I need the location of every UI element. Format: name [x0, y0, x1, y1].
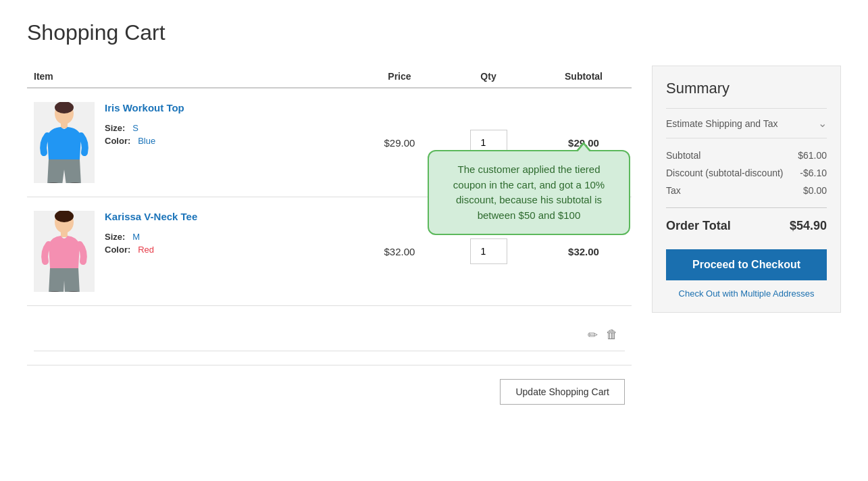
svg-rect-2 — [61, 123, 68, 128]
update-cart-button[interactable]: Update Shopping Cart — [500, 379, 625, 405]
color-value-2: Red — [138, 245, 154, 255]
product-cell-2: Karissa V-Neck Tee Size: M Color: Red — [34, 211, 351, 292]
discount-label: Discount (subtotal-discount) — [666, 168, 784, 178]
page-title: Shopping Cart — [27, 20, 841, 45]
size-label-1: Size: — [105, 123, 125, 133]
product-size-1: Size: S — [105, 123, 184, 133]
order-total-label: Order Total — [666, 219, 731, 233]
cart-item-1-cell: Iris Workout Top Size: S Color: Blue — [27, 88, 358, 197]
edit-icon[interactable]: ✏ — [588, 328, 598, 343]
product-color-2: Color: Red — [105, 245, 197, 255]
cart-actions-cell: ✏ 🗑 — [27, 306, 632, 365]
summary-panel: Summary Estimate Shipping and Tax ⌄ Subt… — [652, 66, 841, 313]
col-header-subtotal: Subtotal — [536, 66, 632, 88]
tooltip-bubble-1: The customer applied the tiered coupon i… — [428, 150, 630, 235]
tax-label: Tax — [666, 185, 681, 196]
size-value-2: M — [132, 232, 140, 242]
size-value-1: S — [132, 123, 138, 133]
cart-row-actions: ✏ 🗑 — [34, 320, 625, 351]
qty-input-2[interactable] — [470, 238, 507, 264]
product-color-1: Color: Blue — [105, 136, 184, 146]
svg-rect-7 — [61, 232, 68, 237]
tooltip-text-1: The customer applied the tiered coupon i… — [453, 163, 605, 221]
product-image-1 — [34, 102, 95, 183]
estimate-shipping-label: Estimate Shipping and Tax — [666, 118, 778, 129]
qty-tooltip-container-1: The customer applied the tiered coupon i… — [470, 130, 507, 155]
discount-value: -$6.10 — [800, 168, 827, 178]
summary-divider — [666, 207, 827, 208]
size-label-2: Size: — [105, 232, 125, 242]
product-info-2: Karissa V-Neck Tee Size: M Color: Red — [105, 211, 197, 255]
summary-rows: Subtotal $61.00 Discount (subtotal-disco… — [666, 147, 827, 199]
tax-value: $0.00 — [803, 185, 827, 196]
subtotal-value: $61.00 — [798, 150, 827, 161]
summary-title: Summary — [666, 80, 827, 97]
subtotal-row: Subtotal $61.00 — [666, 147, 827, 164]
order-total-row: Order Total $54.90 — [666, 213, 827, 238]
chevron-down-icon: ⌄ — [818, 117, 827, 130]
product-name-2: Karissa V-Neck Tee — [105, 211, 197, 222]
product-name-1: Iris Workout Top — [105, 102, 184, 113]
color-label-1: Color: — [105, 136, 130, 146]
cart-actions-row: ✏ 🗑 — [27, 306, 632, 365]
product-image-2 — [34, 211, 95, 292]
order-total-value: $54.90 — [790, 219, 827, 233]
color-value-1: Blue — [138, 136, 155, 146]
table-row: Iris Workout Top Size: S Color: Blue — [27, 88, 632, 197]
discount-row: Discount (subtotal-discount) -$6.10 — [666, 164, 827, 182]
cart-table: Item Price Qty Subtotal — [27, 66, 632, 365]
price-text-1: $29.00 — [384, 137, 415, 149]
product-info-1: Iris Workout Top Size: S Color: Blue — [105, 102, 184, 146]
table-header-row: Item Price Qty Subtotal — [27, 66, 632, 88]
proceed-to-checkout-button[interactable]: Proceed to Checkout — [666, 249, 827, 280]
estimate-shipping-row[interactable]: Estimate Shipping and Tax ⌄ — [666, 108, 827, 138]
cart-footer: Update Shopping Cart — [27, 365, 632, 418]
action-icons: ✏ 🗑 — [588, 328, 618, 343]
col-header-qty: Qty — [441, 66, 536, 88]
tax-row: Tax $0.00 — [666, 182, 827, 199]
delete-icon[interactable]: 🗑 — [606, 328, 618, 343]
cart-item-2-cell: Karissa V-Neck Tee Size: M Color: Red — [27, 197, 358, 306]
multi-address-link[interactable]: Check Out with Multiple Addresses — [666, 288, 827, 299]
product-cell-1: Iris Workout Top Size: S Color: Blue — [34, 102, 351, 183]
col-header-item: Item — [27, 66, 358, 88]
subtotal-text-2: $32.00 — [568, 246, 599, 257]
col-header-price: Price — [358, 66, 441, 88]
subtotal-label: Subtotal — [666, 150, 700, 161]
main-layout: Item Price Qty Subtotal — [27, 66, 841, 418]
cart-item-1-qty: The customer applied the tiered coupon i… — [441, 88, 536, 197]
product-size-2: Size: M — [105, 232, 197, 242]
cart-section: Item Price Qty Subtotal — [27, 66, 632, 418]
price-text-2: $32.00 — [384, 246, 415, 257]
color-label-2: Color: — [105, 245, 130, 255]
